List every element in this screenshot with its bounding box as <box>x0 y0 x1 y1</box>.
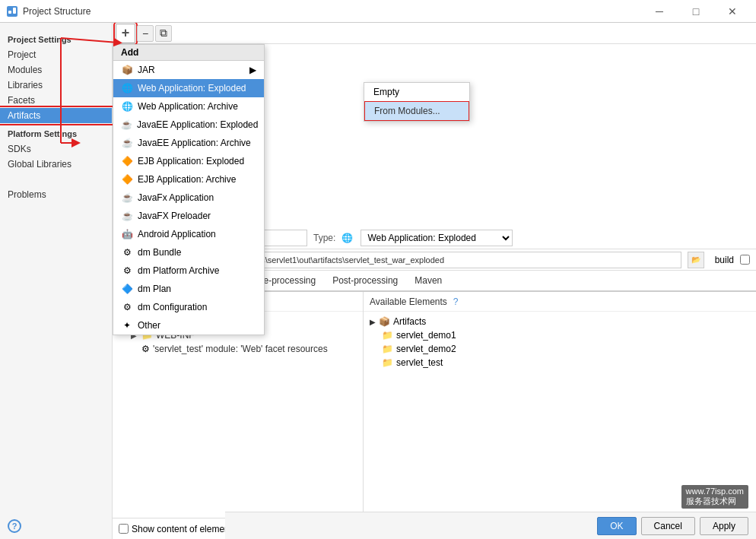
title-text: Project Structure <box>23 6 642 17</box>
show-content-label: Show content of elements <box>119 524 237 534</box>
ok-button[interactable]: OK <box>597 517 636 535</box>
copy-artifact-button[interactable]: ⧉ <box>155 25 172 42</box>
ejb-archive-icon: 🔶 <box>121 173 133 185</box>
browse-button[interactable]: 📂 <box>688 252 704 268</box>
servlet-demo1-icon: 📁 <box>382 330 393 341</box>
avail-servlet-demo2[interactable]: 📁 servlet_demo2 <box>379 342 753 356</box>
web-archive-icon: 🌐 <box>121 100 133 113</box>
platform-settings-title: Platform Settings <box>0 123 112 141</box>
dm-platform-icon: ⚙ <box>121 265 133 277</box>
dropdown-item-ejb-archive[interactable]: 🔶 EJB Application: Archive <box>113 170 264 189</box>
sidebar-item-project[interactable]: Project <box>0 47 112 62</box>
show-content-checkbox[interactable] <box>119 524 129 534</box>
jar-icon: 📦 <box>121 64 133 76</box>
help-icon[interactable]: ? <box>8 519 21 533</box>
dm-plan-icon: 🔷 <box>121 283 133 295</box>
servlet-demo2-label: servlet_demo2 <box>396 344 456 354</box>
remove-artifact-button[interactable]: − <box>137 25 154 42</box>
top-toolbar: + − ⧉ Add 📦 JAR ▶ 🌐 Web Application: Exp… <box>113 23 756 44</box>
artifacts-label: Artifacts <box>393 316 426 327</box>
tab-maven[interactable]: Maven <box>407 272 449 290</box>
window-controls[interactable]: ─ □ ✕ <box>642 4 750 19</box>
submenu-item-empty[interactable]: Empty <box>364 83 469 101</box>
dm-config-icon: ⚙ <box>121 301 133 313</box>
submenu-popup: Empty From Modules... <box>364 82 470 122</box>
artifacts-folder-icon: 📦 <box>379 316 390 327</box>
avail-servlet-test[interactable]: 📁 servlet_test <box>379 356 753 369</box>
avail-servlet-demo1[interactable]: 📁 servlet_demo1 <box>379 328 753 342</box>
available-header: Available Elements ? <box>364 292 756 312</box>
servlet-demo1-label: servlet_demo1 <box>396 330 456 341</box>
available-help-icon[interactable]: ? <box>453 296 459 307</box>
servlet-demo2-icon: 📁 <box>382 344 393 354</box>
content-area: + − ⧉ Add 📦 JAR ▶ 🌐 Web Application: Exp… <box>113 23 756 539</box>
web-exploded-icon: 🌐 <box>121 82 133 94</box>
dropdown-item-dm-platform[interactable]: ⚙ dm Platform Archive <box>113 262 264 280</box>
ejb-exploded-icon: 🔶 <box>121 155 133 167</box>
dm-bundle-icon: ⚙ <box>121 246 133 258</box>
apply-button[interactable]: Apply <box>700 517 748 535</box>
servlet-test-icon: 📁 <box>382 357 393 368</box>
dropdown-item-ejb-exploded[interactable]: 🔶 EJB Application: Exploded <box>113 152 264 170</box>
avail-children: 📁 servlet_demo1 📁 servlet_demo2 📁 servle… <box>367 328 753 369</box>
footer: OK Cancel Apply <box>225 512 756 539</box>
dropdown-item-dm-plan[interactable]: 🔷 dm Plan <box>113 280 264 298</box>
javafx-preloader-icon: ☕ <box>121 210 133 222</box>
watermark: www.77isp.com服务器技术网 <box>681 485 748 509</box>
sidebar-item-sdks[interactable]: SDKs <box>0 141 112 157</box>
dropdown-item-javaee-archive[interactable]: ☕ JavaEE Application: Archive <box>113 134 264 152</box>
android-icon: 🤖 <box>121 228 133 240</box>
maximize-button[interactable]: □ <box>678 4 713 19</box>
tree-servlet-resources[interactable]: ⚙ 'servlet_test' module: 'Web' facet res… <box>128 342 360 356</box>
sidebar-item-global-libraries[interactable]: Global Libraries <box>0 157 112 172</box>
title-bar: Project Structure ─ □ ✕ <box>0 0 756 23</box>
cancel-button[interactable]: Cancel <box>641 517 695 535</box>
resources-label: 'servlet_test' module: 'Web' facet resou… <box>153 344 328 354</box>
add-artifact-button[interactable]: + <box>116 24 135 43</box>
dropdown-item-javafx[interactable]: ☕ JavaFx Application <box>113 189 264 207</box>
app-icon <box>6 5 18 17</box>
javafx-icon: ☕ <box>121 192 133 204</box>
dropdown-item-javafx-preloader[interactable]: ☕ JavaFX Preloader <box>113 207 264 225</box>
sidebar-item-problems[interactable]: Problems <box>0 187 112 202</box>
project-settings-title: Project Settings <box>0 29 112 47</box>
type-select[interactable]: Web Application: Exploded <box>361 230 513 246</box>
sidebar: Project Settings Project Modules Librari… <box>0 23 113 539</box>
main-container: Project Settings Project Modules Librari… <box>0 23 756 539</box>
dropdown-item-javaee-exploded[interactable]: ☕ JavaEE Application: Exploded <box>113 116 264 134</box>
structure-content: ▼ 📁 <output root> ▶ 📁 WEB-INF ⚙ <box>113 312 363 518</box>
javaee-exploded-icon: ☕ <box>121 119 132 131</box>
svg-rect-2 <box>13 8 16 14</box>
artifacts-arrow-icon: ▶ <box>370 318 376 326</box>
type-icon: 🌐 <box>341 233 353 243</box>
tab-postprocessing[interactable]: Post-processing <box>325 272 405 290</box>
avail-artifacts-root[interactable]: ▶ 📦 Artifacts <box>367 315 753 328</box>
jar-arrow-icon: ▶ <box>249 65 256 75</box>
build-label: build <box>715 255 734 265</box>
close-button[interactable]: ✕ <box>715 4 750 19</box>
dropdown-title: Add <box>113 45 264 61</box>
submenu-item-from-modules[interactable]: From Modules... <box>364 101 469 121</box>
svg-rect-1 <box>8 11 11 14</box>
dropdown-item-dm-config[interactable]: ⚙ dm Configuration <box>113 298 264 316</box>
minimize-button[interactable]: ─ <box>642 4 677 19</box>
sidebar-item-artifacts[interactable]: Artifacts <box>0 108 112 123</box>
dropdown-item-jar[interactable]: 📦 JAR ▶ <box>113 61 264 79</box>
dropdown-item-android[interactable]: 🤖 Android Application <box>113 225 264 243</box>
javaee-archive-icon: ☕ <box>121 137 133 149</box>
dropdown-item-web-archive[interactable]: 🌐 Web Application: Archive <box>113 97 264 116</box>
build-checkbox[interactable] <box>740 255 750 265</box>
other-icon: ✦ <box>121 319 133 331</box>
resources-gear-icon: ⚙ <box>141 344 150 354</box>
sidebar-item-libraries[interactable]: Libraries <box>0 78 112 93</box>
sidebar-item-modules[interactable]: Modules <box>0 62 112 78</box>
dropdown-item-dm-bundle[interactable]: ⚙ dm Bundle <box>113 243 264 262</box>
dropdown-item-web-exploded[interactable]: 🌐 Web Application: Exploded <box>113 79 264 97</box>
sidebar-item-facets[interactable]: Facets <box>0 93 112 108</box>
servlet-test-label: servlet_test <box>396 357 443 368</box>
type-label: Type: <box>313 233 335 243</box>
dropdown-item-other[interactable]: ✦ Other <box>113 316 264 334</box>
add-dropdown: Add 📦 JAR ▶ 🌐 Web Application: Exploded … <box>113 44 265 335</box>
